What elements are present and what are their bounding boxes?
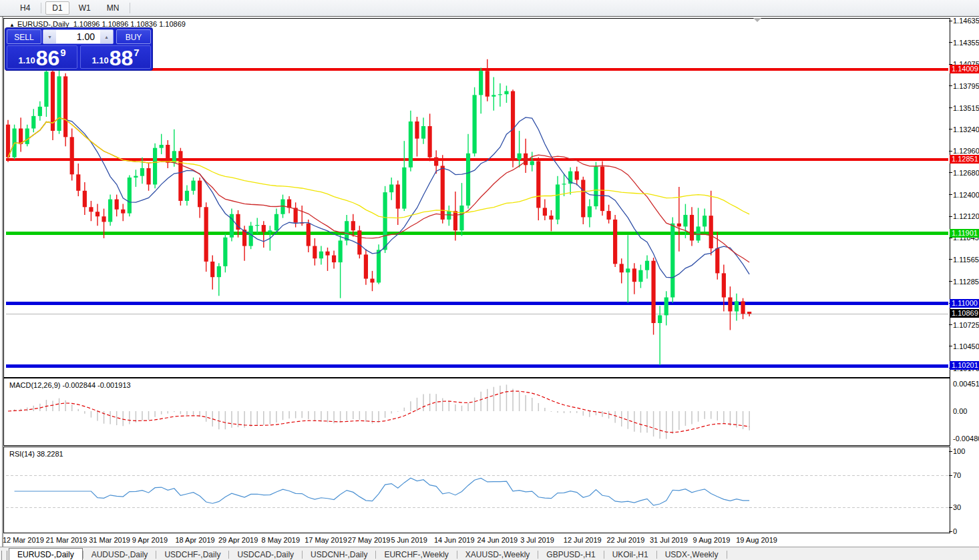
- chart-tab-usdcnh[interactable]: USDCNH-,Daily: [303, 549, 375, 560]
- date-axis-label: 27 May 2019: [348, 536, 391, 544]
- rsi-tick-label: 100: [953, 447, 965, 455]
- chart-tab-usdchf[interactable]: USDCHF-,Daily: [156, 549, 228, 560]
- price-tick-label: 1.12680: [953, 169, 979, 177]
- price-level-badge: 1.11901: [950, 229, 979, 238]
- date-axis-label: 31 Jul 2019: [650, 536, 688, 544]
- rsi-indicator-panel[interactable]: [3, 447, 950, 533]
- mt4-window: H4D1W1MN ▲EURUSD-,Daily 1.10896 1.10896 …: [0, 0, 979, 560]
- date-axis-label: 9 Apr 2019: [132, 536, 168, 544]
- price-tick-label: 1.11285: [953, 278, 979, 286]
- date-axis-label: 12 Jul 2019: [564, 536, 602, 544]
- sell-price-big: 86: [36, 48, 60, 68]
- price-tick-label: 1.11565: [953, 256, 979, 264]
- timeframe-button-w1[interactable]: W1: [72, 1, 97, 15]
- price-tick-label: 1.12960: [953, 147, 979, 155]
- date-axis-label: 9 Aug 2019: [693, 536, 731, 544]
- rsi-tick-label: 30: [953, 503, 961, 511]
- macd-tick-label: 0.004517: [953, 380, 979, 388]
- date-axis-label: 3 Jul 2019: [520, 536, 554, 544]
- macd-tick-label: -0.004806: [953, 435, 979, 443]
- date-axis-label: 12 Mar 2019: [3, 536, 44, 544]
- price-tick-label: 1.13515: [953, 104, 979, 112]
- timeframe-button-mn[interactable]: MN: [100, 1, 126, 15]
- sell-price-prefix: 1.10: [18, 55, 35, 65]
- date-axis-label: 31 Mar 2019: [89, 536, 130, 544]
- date-axis-label: 5 Jun 2019: [391, 536, 427, 544]
- chart-ohlc-values: 1.10896 1.10896 1.10836 1.10869: [73, 20, 186, 28]
- chart-tab-usdcad[interactable]: USDCAD-,Daily: [229, 549, 302, 560]
- chart-title: ▲EURUSD-,Daily 1.10896 1.10896 1.10836 1…: [9, 20, 186, 28]
- price-tick-label: 1.14635: [953, 17, 979, 25]
- volume-increase-button[interactable]: ▴: [100, 30, 113, 43]
- chart-tab-gbpusd[interactable]: GBPUSD-,H1: [538, 549, 603, 560]
- volume-stepper: ▾ 1.00 ▴: [43, 29, 114, 44]
- timeframe-button-h4[interactable]: H4: [13, 1, 37, 15]
- volume-decrease-button[interactable]: ▾: [43, 30, 56, 43]
- date-axis-label: 8 May 2019: [262, 536, 300, 544]
- price-level-badge: 1.11000: [950, 299, 979, 308]
- price-tick-label: 1.13240: [953, 125, 979, 133]
- chart-tab-usdx[interactable]: USDX-,Weekly: [657, 549, 727, 560]
- price-level-badge: 1.14009: [950, 65, 979, 73]
- rsi-tick-label: 0: [953, 527, 957, 535]
- price-chart-panel[interactable]: [3, 18, 950, 378]
- price-tick-label: 1.10450: [953, 342, 979, 350]
- chart-tab-ukoil[interactable]: UKOil-,H1: [604, 549, 656, 560]
- chart-tab-bar: EURUSD-,DailyAUDUSD-,DailyUSDCHF-,DailyU…: [0, 547, 979, 560]
- one-click-trading-widget: SELL ▾ 1.00 ▴ BUY 1.10 86 9 1.10 88 7: [5, 28, 152, 70]
- date-axis-label: 29 Apr 2019: [218, 536, 258, 544]
- price-level-badge: 1.10201: [950, 361, 979, 370]
- chart-tab-eurchf[interactable]: EURCHF-,Weekly: [376, 549, 456, 560]
- date-axis-label: 19 Aug 2019: [736, 536, 777, 544]
- date-axis-label: 21 Mar 2019: [46, 536, 87, 544]
- buy-button[interactable]: BUY: [116, 29, 151, 44]
- chart-symbol-label: EURUSD-,Daily: [17, 20, 69, 28]
- price-tick-label: 1.13795: [953, 82, 979, 90]
- rsi-tick-label: 70: [953, 471, 961, 479]
- chart-shift-marker-icon[interactable]: [753, 18, 761, 22]
- buy-price-prefix: 1.10: [91, 55, 108, 65]
- sell-button[interactable]: SELL: [7, 29, 41, 44]
- price-tick-label: 1.14355: [953, 39, 979, 47]
- date-axis-label: 17 May 2019: [305, 536, 347, 544]
- date-axis-label: 24 Jun 2019: [477, 536, 518, 544]
- date-axis-label: 22 Jul 2019: [606, 536, 644, 544]
- chart-tab-xauusd[interactable]: XAUUSD-,Weekly: [457, 549, 538, 560]
- tab-scroll-grip[interactable]: [1, 551, 7, 560]
- current-price-badge: 1.10869: [950, 309, 979, 318]
- buy-price-display[interactable]: 1.10 88 7: [80, 45, 151, 69]
- timeframe-toolbar: H4D1W1MN: [0, 0, 979, 17]
- macd-indicator-panel[interactable]: [3, 378, 950, 446]
- sell-price-pip: 9: [60, 47, 65, 58]
- date-axis-label: 18 Apr 2019: [175, 536, 214, 544]
- collapse-panel-icon[interactable]: ▲: [9, 22, 15, 28]
- buy-price-pip: 7: [134, 47, 139, 58]
- macd-tick-label: 0.00: [953, 407, 967, 415]
- timeframe-button-d1[interactable]: D1: [45, 1, 69, 15]
- price-tick-label: 1.12120: [953, 212, 979, 220]
- chart-tab-eurusd[interactable]: EURUSD-,Daily: [9, 548, 83, 560]
- price-level-badge: 1.12851: [950, 155, 979, 164]
- macd-label: MACD(12,26,9) -0.002844 -0.001913: [9, 381, 131, 389]
- sell-price-display[interactable]: 1.10 86 9: [7, 45, 77, 69]
- volume-input[interactable]: 1.00: [56, 30, 100, 43]
- buy-price-big: 88: [110, 48, 134, 68]
- price-tick-label: 1.10725: [953, 321, 979, 329]
- chart-tab-audusd[interactable]: AUDUSD-,Daily: [83, 549, 156, 560]
- price-tick-label: 1.12400: [953, 191, 979, 199]
- date-axis-label: 14 Jun 2019: [434, 536, 475, 544]
- rsi-label: RSI(14) 38.2281: [9, 450, 63, 458]
